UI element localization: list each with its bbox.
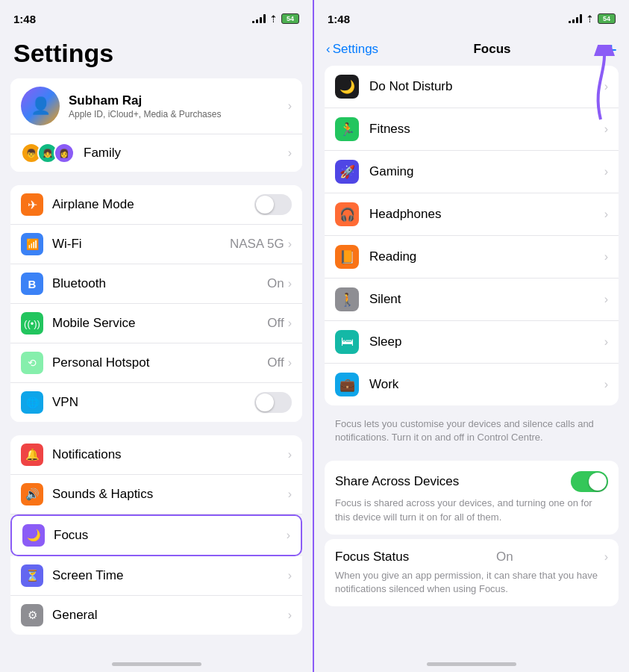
- home-indicator-right: [427, 662, 516, 666]
- status-icons-left: ⇡ 54: [252, 13, 299, 25]
- focus-status-description: When you give an app permission, it can …: [335, 569, 608, 596]
- wifi-value: NASA 5G: [230, 237, 284, 252]
- reading-icon: 📙: [335, 245, 359, 269]
- focus-item-dnd[interactable]: 🌙 Do Not Disturb ›: [325, 66, 619, 108]
- chevron-icon: ›: [287, 529, 290, 542]
- silent-label: Silent: [369, 292, 604, 307]
- focus-status-value: On: [496, 550, 513, 564]
- vpn-icon: 🌐: [21, 391, 43, 414]
- general-label: General: [52, 608, 288, 623]
- screen-time-row[interactable]: ⏳ Screen Time ›: [10, 556, 302, 596]
- chevron-icon: ›: [288, 146, 292, 160]
- fitness-label: Fitness: [369, 122, 604, 137]
- wifi-icon: ⇡: [269, 13, 278, 25]
- sleep-label: Sleep: [369, 335, 604, 349]
- mobile-value: Off: [267, 316, 284, 331]
- work-icon: 💼: [335, 373, 359, 396]
- gaming-label: Gaming: [369, 164, 604, 179]
- focus-highlighted-container: 🌙 Focus ›: [10, 514, 302, 556]
- wifi-icon: ⇡: [586, 13, 594, 25]
- notifications-label: Notifications: [52, 447, 288, 462]
- reading-label: Reading: [369, 249, 604, 264]
- dnd-icon: 🌙: [335, 75, 359, 99]
- chevron-icon: ›: [288, 609, 292, 622]
- chevron-icon: ›: [604, 122, 608, 136]
- status-bar-left: 1:48 ⇡ 54: [0, 0, 313, 33]
- hotspot-value: Off: [267, 355, 284, 370]
- bluetooth-label: Bluetooth: [52, 276, 267, 291]
- add-button[interactable]: +: [606, 38, 617, 61]
- battery-icon: 54: [598, 13, 616, 24]
- notifications-row[interactable]: 🔔 Notifications ›: [10, 435, 302, 475]
- focus-status-card: Focus Status On › When you give an app p…: [325, 539, 619, 606]
- user-info: Subham Raj Apple ID, iCloud+, Media & Pu…: [69, 93, 288, 119]
- nav-title: Focus: [473, 42, 510, 57]
- airplane-mode-row[interactable]: ✈ Airplane Mode: [10, 185, 302, 225]
- home-indicator-left: [112, 662, 201, 666]
- time-left: 1:48: [13, 13, 36, 25]
- chevron-icon: ›: [288, 488, 292, 501]
- chevron-icon: ›: [604, 335, 608, 349]
- airplane-toggle[interactable]: [254, 194, 292, 215]
- sleep-icon: 🛏: [335, 330, 359, 354]
- user-profile-row[interactable]: 👤 Subham Raj Apple ID, iCloud+, Media & …: [10, 78, 302, 134]
- focus-label: Focus: [54, 528, 287, 543]
- notifications-icon: 🔔: [21, 444, 43, 466]
- mobile-service-row[interactable]: ((•)) Mobile Service Off ›: [10, 304, 302, 343]
- bluetooth-row[interactable]: B Bluetooth On ›: [10, 264, 302, 304]
- wifi-row[interactable]: 📶 Wi-Fi NASA 5G ›: [10, 225, 302, 264]
- chevron-icon: ›: [288, 99, 292, 113]
- time-right: 1:48: [328, 13, 350, 25]
- focus-item-sleep[interactable]: 🛏 Sleep ›: [325, 321, 619, 364]
- general-row[interactable]: ⚙ General ›: [10, 596, 302, 635]
- focus-row[interactable]: 🌙 Focus ›: [12, 516, 301, 555]
- focus-item-gaming[interactable]: 🚀 Gaming ›: [325, 151, 619, 193]
- chevron-icon: ›: [288, 356, 292, 370]
- nav-bar: ‹ Settings Focus +: [314, 33, 629, 66]
- silent-icon: 🚶: [335, 287, 359, 311]
- focus-item-headphones[interactable]: 🎧 Headphones ›: [325, 193, 619, 236]
- headphones-icon: 🎧: [335, 202, 359, 226]
- mobile-label: Mobile Service: [52, 316, 267, 331]
- chevron-icon: ›: [604, 80, 608, 93]
- fitness-icon: 🏃: [335, 117, 359, 141]
- focus-item-silent[interactable]: 🚶 Silent ›: [325, 279, 619, 321]
- right-panel: 1:48 ⇡ 54 ‹ Settings Focus +: [314, 0, 629, 672]
- focus-status-row[interactable]: Focus Status On ›: [335, 550, 608, 564]
- sounds-row[interactable]: 🔊 Sounds & Haptics ›: [10, 475, 302, 514]
- focus-icon: 🌙: [22, 524, 45, 547]
- focus-item-work[interactable]: 💼 Work ›: [325, 364, 619, 405]
- focus-item-reading[interactable]: 📙 Reading ›: [325, 236, 619, 279]
- avatar-3: 👩: [54, 143, 75, 164]
- wifi-setting-icon: 📶: [21, 233, 43, 255]
- chevron-icon: ›: [288, 448, 292, 461]
- user-card: 👤 Subham Raj Apple ID, iCloud+, Media & …: [10, 78, 302, 172]
- vpn-row[interactable]: 🌐 VPN: [10, 383, 302, 422]
- screen-time-label: Screen Time: [52, 568, 288, 583]
- focus-item-fitness[interactable]: 🏃 Fitness ›: [325, 108, 619, 151]
- sounds-label: Sounds & Haptics: [52, 487, 288, 502]
- dnd-label: Do Not Disturb: [369, 79, 604, 94]
- user-subtitle: Apple ID, iCloud+, Media & Purchases: [69, 109, 288, 119]
- chevron-icon: ›: [604, 208, 608, 221]
- screen-time-icon: ⏳: [21, 564, 43, 587]
- hotspot-row[interactable]: ⟲ Personal Hotspot Off ›: [10, 343, 302, 383]
- chevron-icon: ›: [288, 317, 292, 330]
- share-toggle[interactable]: [571, 471, 608, 492]
- sounds-icon: 🔊: [21, 483, 43, 505]
- system-group: 🔔 Notifications › 🔊 Sounds & Haptics › 🌙…: [10, 435, 302, 635]
- chevron-icon: ›: [604, 550, 608, 564]
- share-description: Focus is shared across your devices, and…: [335, 497, 608, 523]
- family-row[interactable]: 👦 👧 👩 Family ›: [10, 134, 302, 172]
- vpn-toggle[interactable]: [254, 392, 292, 413]
- left-panel: 1:48 ⇡ 54 Settings 👤 Subham Raj Apple ID…: [0, 0, 314, 672]
- chevron-icon: ›: [604, 250, 608, 264]
- chevron-icon: ›: [288, 237, 292, 251]
- family-avatars: 👦 👧 👩: [21, 143, 75, 164]
- chevron-left-icon: ‹: [326, 42, 331, 57]
- back-label: Settings: [333, 42, 378, 57]
- share-across-card: Share Across Devices Focus is shared acr…: [325, 461, 619, 534]
- back-button[interactable]: ‹ Settings: [326, 42, 378, 57]
- chevron-icon: ›: [604, 378, 608, 391]
- general-icon: ⚙: [21, 604, 43, 626]
